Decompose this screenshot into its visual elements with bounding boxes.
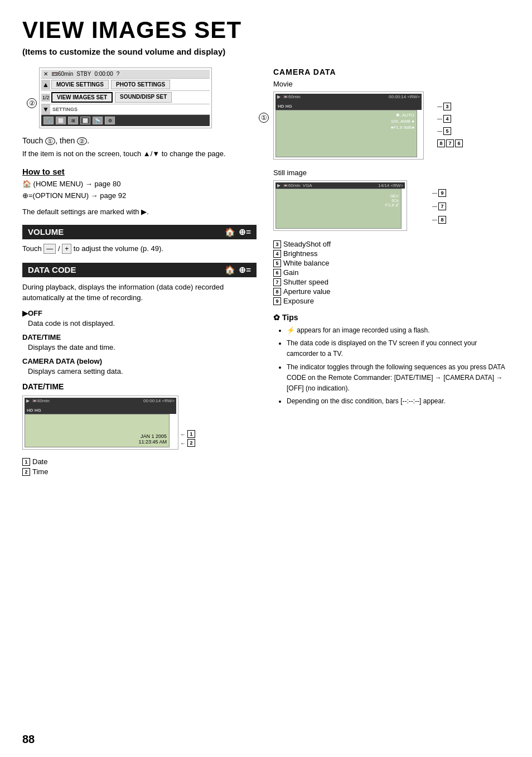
callout-line-time: ←: [180, 440, 186, 446]
volume-label: VOLUME: [28, 227, 64, 237]
tips-section: ✿ Tips ⚡ appears for an image recorded u…: [273, 313, 510, 407]
plus-button[interactable]: +: [62, 244, 71, 254]
option-menu-ref: ⊕=(OPTION MENU) → page 92: [22, 190, 257, 202]
option-off: ▶OFF Data code is not displayed.: [22, 309, 257, 329]
home-icon: 🏠: [225, 227, 235, 237]
tips-icon: ✿: [273, 313, 280, 322]
callout-8-still: 8: [438, 216, 446, 224]
callout-5-movie: 5: [443, 127, 451, 135]
camera-data-callout-labels: 3 SteadyShot off 4 Brightness 5 White ba…: [273, 240, 510, 305]
option-icon-2: ⊕=: [239, 265, 251, 275]
callout-8-movie-bot: 8: [437, 139, 445, 147]
volume-section-header: VOLUME 🏠 ⊕=: [22, 225, 257, 239]
callout-4-movie: 4: [443, 115, 451, 123]
callout-9-still: 9: [438, 189, 446, 197]
page-number: 88: [22, 733, 35, 746]
callout-7-movie-bot: 7: [446, 139, 454, 147]
tips-list: ⚡ appears for an image recorded using a …: [273, 325, 510, 407]
minus-button[interactable]: —: [43, 244, 56, 254]
callout-line-date: ←: [180, 431, 186, 437]
default-note: The default settings are marked with ▶.: [22, 208, 257, 216]
option-camera-data: CAMERA DATA (below) Displays camera sett…: [22, 357, 257, 377]
datetime-subsection-title: DATE/TIME: [22, 382, 257, 391]
data-code-label: DATA CODE: [28, 265, 76, 274]
home-icon-2: 🏠: [225, 265, 235, 275]
page-title: VIEW IMAGES SET: [22, 17, 510, 44]
camera-data-title: CAMERA DATA: [273, 67, 510, 76]
callout-num-2: 2: [187, 439, 195, 447]
option-icon: ⊕=: [239, 227, 251, 237]
still-label: Still image: [273, 168, 510, 177]
callout-7-still: 7: [438, 202, 446, 210]
tip-3: The indicator toggles through the follow…: [287, 362, 510, 394]
callout-6-movie-bot: 6: [455, 139, 463, 147]
data-code-section-header: DATA CODE 🏠 ⊕=: [22, 263, 257, 277]
how-to-set-section: How to set 🏠 (HOME MENU) → page 80 ⊕=(OP…: [22, 167, 257, 202]
data-code-description: During playback, displays the informatio…: [22, 282, 257, 303]
tip-1: ⚡ appears for an image recorded using a …: [287, 325, 510, 336]
touch-instruction-2: If the item is not on the screen, touch …: [22, 150, 257, 158]
touch-instruction-1: Touch ①, then ②.: [22, 136, 257, 145]
tip-4: Depending on the disc condition, bars [-…: [287, 396, 510, 407]
callout-num-1: 1: [187, 430, 195, 438]
home-menu-ref: 🏠 (HOME MENU) → page 80: [22, 179, 257, 190]
volume-description: Touch — / + to adjust the volume (p. 49)…: [22, 244, 257, 254]
datetime-callout-labels: 1 Date 2 Time: [22, 457, 257, 476]
circle-1-annotation: ①: [259, 113, 269, 123]
option-datetime: DATE/TIME Displays the date and time.: [22, 333, 257, 353]
page-subtitle: (Items to customize the sound volume and…: [22, 47, 510, 56]
tip-2: The data code is displayed on the TV scr…: [287, 338, 510, 359]
callout-3-movie: 3: [443, 103, 451, 110]
movie-label: Movie: [273, 80, 510, 88]
tips-title: ✿ Tips: [273, 313, 510, 322]
circle-2-annotation: ②: [27, 98, 37, 108]
how-to-set-title: How to set: [22, 167, 257, 176]
